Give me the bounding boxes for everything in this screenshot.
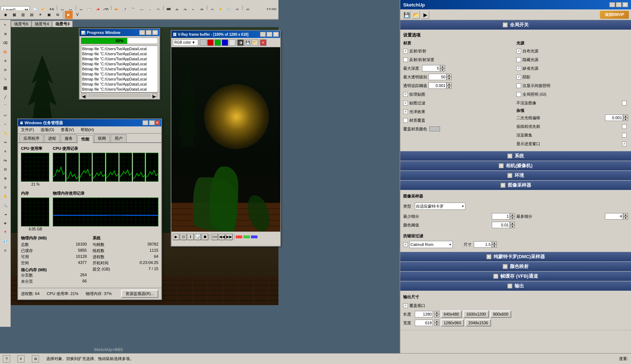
tm-minimize-btn[interactable]: _ (142, 120, 148, 125)
min-subdiv-spin[interactable]: ▲ ▼ (510, 213, 515, 220)
rotate-tool[interactable]: ⟳ (1, 66, 10, 74)
tape-tool[interactable]: 📏 (1, 129, 10, 138)
color-swatch-red[interactable] (207, 39, 214, 46)
hidden-light-checkbox[interactable] (516, 57, 521, 62)
aa-type-dropdown[interactable]: Catmull Rom ▼ (409, 241, 453, 248)
erase-tool[interactable]: ⌫ (1, 39, 10, 47)
environment-header[interactable]: ▼ 环境 (400, 171, 631, 180)
size-down[interactable]: ▼ (492, 244, 497, 248)
resource-monitor-btn[interactable]: 资源监视器(R)... (121, 290, 158, 298)
tm-view-menu[interactable]: 查看(V) (59, 127, 76, 133)
push-tool[interactable]: ⬛ (1, 84, 10, 92)
arc-tool[interactable]: ⌒ (1, 102, 10, 110)
output-collapse[interactable]: ▼ (507, 283, 512, 289)
ruby-tool[interactable]: 💎 (1, 237, 10, 246)
gloss-checkbox[interactable] (403, 109, 408, 114)
secondary-bias-input[interactable] (605, 114, 623, 121)
zoom-tool[interactable]: 🔍 (1, 201, 10, 210)
size-up[interactable]: ▲ (492, 241, 497, 244)
min-subdiv-down[interactable]: ▼ (510, 216, 515, 220)
contrast-btn[interactable]: ◑ (237, 39, 244, 46)
height-spin[interactable]: ▲ ▼ (434, 320, 439, 326)
color-thresh-spin[interactable]: ▲ ▼ (510, 222, 515, 228)
axis-tool[interactable]: ⊕ (1, 174, 10, 183)
move-tool[interactable]: ✢ (1, 57, 10, 65)
component-tool[interactable]: ⧉ (1, 30, 10, 38)
max-depth-down[interactable]: ▼ (440, 68, 445, 72)
max-transp-down[interactable]: ▼ (447, 77, 452, 80)
text-tool[interactable]: A (1, 147, 10, 156)
low-thread-checkbox[interactable] (622, 124, 627, 129)
tm-help-menu[interactable]: 帮助(H) (79, 127, 95, 133)
vray-stop-btn[interactable]: ⏹ (202, 234, 208, 240)
system-header[interactable]: ▼ 系统 (400, 151, 631, 161)
tm-tab-performance[interactable]: 性能 (77, 135, 93, 143)
height-down[interactable]: ▼ (434, 323, 439, 326)
tm-tab-network[interactable]: 联网 (94, 134, 110, 142)
size-input[interactable] (474, 241, 492, 248)
render-cluster-checkbox[interactable] (622, 133, 627, 138)
reflection-checkbox[interactable] (403, 49, 408, 53)
rect-tool[interactable]: ▭ (1, 111, 10, 120)
system-collapse[interactable]: ▼ (507, 153, 512, 159)
paint-tool[interactable]: 🎨 (1, 48, 10, 56)
progress-window-checkbox[interactable] (622, 142, 627, 146)
output-header[interactable]: ▼ 输出 (400, 281, 631, 291)
vray-play-btn[interactable]: ▶ (173, 234, 179, 240)
cover-color-swatch[interactable] (429, 126, 440, 131)
size-spin[interactable]: ▲ ▼ (492, 241, 497, 248)
tm-tab-users[interactable]: 用户 (111, 134, 127, 142)
minimize-btn[interactable]: _ (139, 30, 145, 35)
max-subdiv-spin[interactable]: ▲ ▼ (623, 213, 628, 220)
image-sampler-collapse[interactable]: ▼ (500, 183, 506, 188)
min-subdiv-input[interactable] (492, 213, 510, 220)
orbit-tool[interactable]: ⊙ (1, 183, 10, 192)
height-input[interactable] (415, 320, 433, 326)
default-light-checkbox[interactable] (516, 66, 521, 71)
max-subdiv-up[interactable]: ▲ (623, 213, 628, 216)
color-mode-dropdown[interactable]: RGB color ▼ (173, 39, 198, 46)
vray-next-btn[interactable]: ▶▶ (226, 234, 233, 240)
ref-depth-checkbox[interactable] (403, 57, 408, 62)
log-area[interactable]: Bitmap file "C:/Users/Tse/AppData/Local … (81, 46, 158, 92)
size-preset-4[interactable]: 1280x960 (441, 319, 464, 326)
transp-thresh-spin[interactable]: ▲ ▼ (447, 82, 452, 89)
panel-maximize-btn[interactable]: □ (616, 2, 622, 7)
vray-info-btn[interactable]: ℹ (187, 234, 194, 240)
vray-hist-btn[interactable]: 📊 (195, 234, 201, 240)
tm-tab-apps[interactable]: 应用程序 (20, 134, 43, 142)
global-switch-header[interactable]: ▼ 全局开关 (400, 20, 631, 30)
circle-tool[interactable]: ○ (1, 120, 10, 129)
vray-minimize-btn[interactable]: _ (260, 32, 266, 37)
tm-tab-processes[interactable]: 进程 (44, 134, 60, 142)
color-thresh-up[interactable]: ▲ (510, 222, 515, 225)
vray-channel-btn[interactable]: CH (212, 234, 218, 240)
close-btn[interactable]: ✕ (152, 30, 158, 35)
shadow-btn[interactable]: ☀ (36, 11, 44, 19)
mat-override-checkbox[interactable] (403, 118, 408, 123)
view3-btn[interactable]: ▤ (27, 11, 35, 19)
panel-save-btn[interactable]: 💾 (402, 11, 410, 19)
max-depth-up[interactable]: ▲ (440, 65, 445, 68)
save-img-btn[interactable]: 💾 (244, 39, 251, 46)
color-thresh-input[interactable] (492, 222, 510, 228)
scene-tab-3[interactable]: 场景号3 (52, 21, 73, 27)
color-swatch-gray[interactable] (200, 39, 206, 46)
dmc-collapse[interactable]: ▼ (486, 254, 491, 259)
layers-icon[interactable]: ≡ (17, 355, 25, 363)
vray-close-btn[interactable]: ✕ (273, 32, 279, 37)
panel-body[interactable]: ▼ 全局开关 设置选项 材质 反射/折射 反射/折射深度 (400, 20, 631, 364)
texture-btn[interactable]: ▣ (45, 11, 53, 19)
color-map-collapse[interactable]: ▼ (503, 264, 508, 269)
size-preset-3[interactable]: 800x600 (490, 311, 511, 318)
position-tool[interactable]: 📍 (1, 228, 10, 237)
dimension-tool[interactable]: ⇔ (1, 138, 10, 147)
dmc-header[interactable]: ▼ 纯蒙特卡罗(DMC)采样器 (400, 252, 631, 261)
global-illum-checkbox[interactable] (516, 92, 521, 97)
ambient-checkbox[interactable] (516, 49, 521, 53)
maximize-btn[interactable]: □ (146, 30, 152, 35)
sampler-type-dropdown[interactable]: 自适应蒙特卡罗 ▼ (415, 203, 465, 210)
vray-region-btn[interactable]: ⊡ (180, 234, 187, 240)
transp-thresh-down[interactable]: ▼ (447, 86, 452, 89)
scene-tab-2[interactable]: 场景号4 (31, 21, 52, 27)
